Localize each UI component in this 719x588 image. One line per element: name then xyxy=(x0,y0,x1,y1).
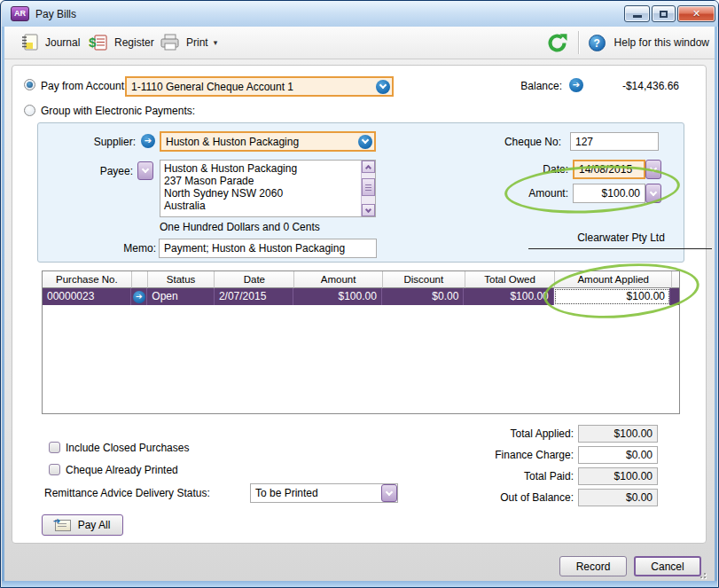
out-of-balance-label: Out of Balance: xyxy=(429,491,574,504)
group-electronic-payments-radio[interactable] xyxy=(24,105,35,116)
table-header-row: Purchase No. Status Date Amount Discount… xyxy=(43,271,679,288)
header-date[interactable]: Date xyxy=(215,271,294,288)
close-button[interactable]: ✕ xyxy=(677,5,715,22)
window-left-border xyxy=(2,27,4,587)
cheque-already-printed-label: Cheque Already Printed xyxy=(66,464,178,476)
scroll-down-icon[interactable] xyxy=(362,204,375,216)
header-goto xyxy=(132,271,148,288)
pay-all-button[interactable]: ➔ Pay All xyxy=(42,514,123,536)
refresh-icon[interactable] xyxy=(545,31,569,55)
remittance-combo[interactable]: To be Printed xyxy=(250,483,398,503)
print-icon xyxy=(159,32,181,53)
scrollbar-thumb[interactable] xyxy=(362,178,375,196)
cell-amount-applied[interactable]: $100.00 xyxy=(554,288,670,305)
pay-bills-window: AR Pay Bills ✕ Journal $ Register Print … xyxy=(0,0,719,588)
scroll-up-icon[interactable] xyxy=(362,161,375,173)
pay-from-account-combo[interactable]: 1-1110 General Cheque Account 1 xyxy=(125,76,394,97)
help-label[interactable]: Help for this window xyxy=(614,36,709,49)
header-purchase-no[interactable]: Purchase No. xyxy=(43,271,132,288)
pay-from-account-radio[interactable] xyxy=(24,79,35,90)
toolbar: Journal $ Register Print ▾ ? Help for th… xyxy=(4,27,716,59)
total-paid-value: $100.00 xyxy=(578,467,658,485)
record-button[interactable]: Record xyxy=(559,556,627,576)
company-underline xyxy=(528,248,712,249)
supplier-value: Huston & Huston Packaging xyxy=(166,136,358,148)
payee-scrollbar[interactable] xyxy=(361,161,375,216)
cell-total-owed: $100.00 xyxy=(464,288,553,305)
journal-button[interactable]: Journal xyxy=(15,30,83,55)
cell-status: Open xyxy=(147,288,215,305)
payee-label: Payee: xyxy=(65,165,133,177)
amount-label: Amount: xyxy=(490,187,568,200)
purchases-table: Purchase No. Status Date Amount Discount… xyxy=(42,270,680,414)
row-goto-icon[interactable]: ➔ xyxy=(133,291,145,303)
register-icon: $ xyxy=(88,32,109,53)
minimize-icon xyxy=(633,15,642,18)
cheque-no-label: Cheque No: xyxy=(490,136,561,148)
company-name: Clearwater Pty Ltd xyxy=(530,231,712,244)
payee-address-text: Huston & Huston Packaging 237 Mason Para… xyxy=(160,161,361,216)
minimize-button[interactable] xyxy=(624,5,650,22)
total-paid-label: Total Paid: xyxy=(429,470,574,482)
cancel-button[interactable]: Cancel xyxy=(634,556,701,576)
window-title: Pay Bills xyxy=(35,8,76,20)
pay-all-icon: ➔ xyxy=(55,520,71,531)
account-dropdown-icon[interactable] xyxy=(376,80,390,94)
cell-amount: $100.00 xyxy=(293,288,381,305)
amount-dropdown-button[interactable] xyxy=(645,184,661,203)
memo-label: Memo: xyxy=(91,242,156,255)
window-right-border xyxy=(715,27,717,587)
date-label: Date: xyxy=(490,163,568,176)
balance-label: Balance: xyxy=(473,80,562,92)
print-button[interactable]: Print ▾ xyxy=(155,30,221,55)
group-electronic-payments-label: Group with Electronic Payments: xyxy=(41,105,195,117)
pay-from-account-label: Pay from Account: xyxy=(41,80,127,92)
total-applied-label: Total Applied: xyxy=(429,427,574,440)
cheque-already-printed-checkbox[interactable] xyxy=(49,464,60,475)
supplier-combo[interactable]: Huston & Huston Packaging xyxy=(160,131,376,152)
cell-goto[interactable]: ➔ xyxy=(131,288,147,305)
close-icon: ✕ xyxy=(692,8,700,19)
amount-input[interactable]: $100.00 xyxy=(573,184,645,203)
cell-end-spacer xyxy=(670,288,679,305)
window-bottom-border xyxy=(2,581,717,587)
date-value: 14/08/2015 xyxy=(579,163,644,176)
title-bar[interactable]: AR Pay Bills ✕ xyxy=(2,1,719,27)
help-icon[interactable]: ? xyxy=(589,35,606,51)
amount-in-words: One Hundred Dollars and 0 Cents xyxy=(160,221,320,233)
supplier-dropdown-icon[interactable] xyxy=(358,135,372,149)
cell-discount: $0.00 xyxy=(382,288,464,305)
finance-charge-input[interactable]: $0.00 xyxy=(578,446,658,464)
header-discount[interactable]: Discount xyxy=(383,271,465,288)
journal-label: Journal xyxy=(45,36,80,49)
restore-icon xyxy=(660,11,668,18)
finance-charge-label: Finance Charge: xyxy=(429,449,574,461)
payee-dropdown-button[interactable] xyxy=(137,161,153,180)
app-icon: AR xyxy=(11,6,29,21)
cheque-no-input[interactable]: 127 xyxy=(570,132,659,151)
print-caret-icon: ▾ xyxy=(214,38,218,47)
resize-grip[interactable] xyxy=(697,569,706,578)
out-of-balance-value: $0.00 xyxy=(578,489,658,506)
payee-address-box[interactable]: Huston & Huston Packaging 237 Mason Para… xyxy=(160,160,376,217)
include-closed-purchases-checkbox[interactable] xyxy=(49,442,60,453)
remittance-dropdown-button[interactable] xyxy=(381,484,397,502)
supplier-panel: Supplier: ➔ Huston & Huston Packaging Ch… xyxy=(37,122,684,263)
header-amount-applied[interactable]: Amount Applied xyxy=(555,271,672,288)
toolbar-divider xyxy=(578,31,580,54)
header-total-owed[interactable]: Total Owed xyxy=(465,271,556,288)
register-label: Register xyxy=(114,36,154,49)
header-end-spacer xyxy=(672,271,679,288)
maximize-button[interactable] xyxy=(652,5,676,22)
svg-text:$: $ xyxy=(89,35,97,50)
date-input[interactable]: 14/08/2015 xyxy=(573,160,645,179)
header-status[interactable]: Status xyxy=(148,271,215,288)
include-closed-purchases-label: Include Closed Purchases xyxy=(66,442,189,454)
register-button[interactable]: $ Register xyxy=(84,30,158,55)
header-amount[interactable]: Amount xyxy=(294,271,383,288)
journal-icon xyxy=(19,32,40,53)
supplier-goto-icon[interactable]: ➔ xyxy=(141,134,155,148)
table-row[interactable]: 00000023 ➔ Open 2/07/2015 $100.00 $0.00 … xyxy=(43,288,679,305)
memo-input[interactable]: Payment; Huston & Huston Packaging xyxy=(159,239,377,258)
date-dropdown-button[interactable] xyxy=(645,160,661,179)
